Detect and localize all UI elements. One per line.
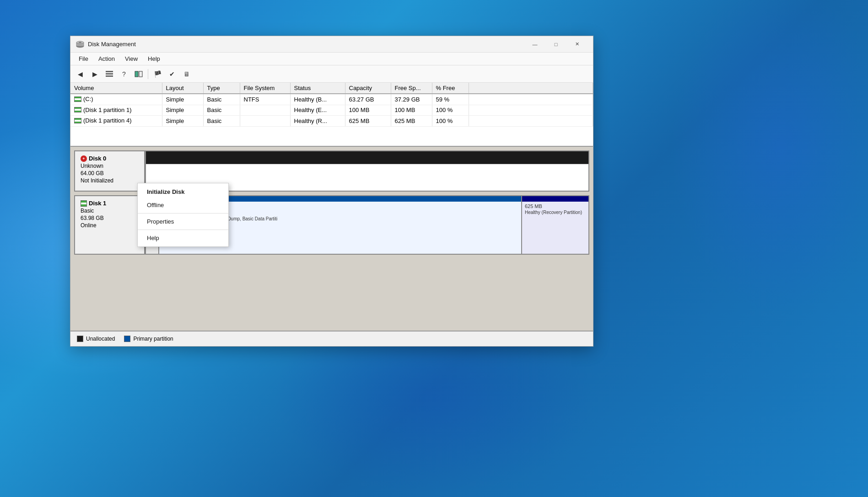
maximize-button[interactable]: □ — [545, 36, 566, 53]
vol-pct-p1: 100 % — [432, 105, 469, 116]
minimize-button[interactable]: — — [524, 36, 545, 53]
vol-name-c: (C:) — [70, 94, 162, 105]
svg-rect-4 — [106, 71, 113, 72]
svg-rect-8 — [139, 71, 142, 77]
menu-bar: File Action View Help — [70, 53, 593, 65]
partition-recovery-status: Healthy (Recovery Partition) — [525, 210, 586, 215]
vol-layout-p4: Simple — [162, 116, 203, 127]
svg-rect-7 — [135, 71, 138, 77]
volume-icon-c: (C:) — [74, 96, 93, 102]
volume-table-area[interactable]: Volume Layout Type File System Status Ca… — [70, 83, 593, 147]
close-button[interactable]: ✕ — [566, 36, 588, 53]
legend-unallocated-label: Unallocated — [86, 336, 115, 342]
vol-status-p1: Healthy (E... — [290, 105, 345, 116]
help-button[interactable]: ? — [117, 68, 131, 80]
vol-name-p1: (Disk 1 partition 1) — [70, 105, 162, 116]
vol-status-c: Healthy (B... — [290, 94, 345, 105]
partition-recovery[interactable]: 625 MB Healthy (Recovery Partition) — [522, 196, 588, 254]
disk1-label[interactable]: Disk 1 Basic 63.98 GB Online — [74, 195, 145, 255]
vol-pct-p4: 100 % — [432, 116, 469, 127]
vol-layout-p1: Simple — [162, 105, 203, 116]
col-filesystem[interactable]: File System — [240, 83, 290, 94]
legend-primary-box — [124, 336, 130, 342]
volume-icon-p4: (Disk 1 partition 4) — [74, 117, 131, 124]
menu-view[interactable]: View — [120, 54, 142, 64]
context-menu-initialize[interactable]: Initialize Disk — [138, 185, 228, 198]
legend-primary-label: Primary partition — [133, 336, 173, 342]
display-button[interactable]: 🖥 — [180, 68, 194, 80]
toolbar-separator — [148, 69, 148, 79]
col-capacity[interactable]: Capacity — [345, 83, 391, 94]
svg-rect-6 — [106, 75, 113, 77]
disk1-type: Basic — [81, 208, 139, 214]
partition-recovery-size: 625 MB — [525, 203, 586, 209]
col-type[interactable]: Type — [203, 83, 240, 94]
disk1-vol-icon — [81, 200, 87, 207]
vol-status-p4: Healthy (R... — [290, 116, 345, 127]
vol-type-p4: Basic — [203, 116, 240, 127]
vol-stripe-icon-p4 — [74, 118, 81, 123]
context-menu-separator — [138, 213, 228, 214]
context-menu-help[interactable]: Help — [138, 231, 228, 245]
back-button[interactable]: ◀ — [73, 68, 87, 80]
disk0-label[interactable]: + Disk 0 Unknown 64.00 GB Not Initialize… — [74, 150, 145, 192]
volume-table: Volume Layout Type File System Status Ca… — [70, 83, 593, 127]
col-status[interactable]: Status — [290, 83, 345, 94]
vol-type-c: Basic — [203, 94, 240, 105]
menu-action[interactable]: Action — [94, 54, 119, 64]
title-bar: Disk Management — □ ✕ — [70, 36, 593, 53]
vol-layout-c: Simple — [162, 94, 203, 105]
check-button[interactable]: ✔ — [165, 68, 179, 80]
vol-type-p1: Basic — [203, 105, 240, 116]
context-menu-properties[interactable]: Properties — [138, 215, 228, 228]
vol-free-c: 37.29 GB — [391, 94, 432, 105]
flag-button[interactable]: 🏴 — [151, 68, 164, 80]
window-title: Disk Management — [88, 41, 524, 48]
legend: Unallocated Primary partition — [70, 331, 593, 346]
vol-free-p4: 625 MB — [391, 116, 432, 127]
col-extra — [469, 83, 593, 94]
table-row[interactable]: (C:) Simple Basic NTFS Healthy (B... 63.… — [70, 94, 593, 105]
svg-point-3 — [79, 42, 81, 43]
title-bar-controls: — □ ✕ — [524, 36, 588, 53]
vol-pct-c: 59 % — [432, 94, 469, 105]
menu-file[interactable]: File — [74, 54, 93, 64]
disk1-size: 63.98 GB — [81, 215, 139, 221]
table-row[interactable]: (Disk 1 partition 1) Simple Basic Health… — [70, 105, 593, 116]
table-row[interactable]: (Disk 1 partition 4) Simple Basic Health… — [70, 116, 593, 127]
menu-help[interactable]: Help — [143, 54, 165, 64]
disk0-type: Unknown — [81, 163, 139, 169]
vol-stripe-icon — [74, 96, 81, 102]
vol-free-p1: 100 MB — [391, 105, 432, 116]
vol-cap-c: 63.27 GB — [345, 94, 391, 105]
list-view-button[interactable] — [102, 68, 116, 80]
vol-cap-p4: 625 MB — [345, 116, 391, 127]
col-free-space[interactable]: Free Sp... — [391, 83, 432, 94]
volume-icon-p1: (Disk 1 partition 1) — [74, 107, 131, 113]
context-menu-separator-2 — [138, 230, 228, 230]
partition-recovery-header — [522, 196, 588, 202]
vol-cap-p1: 100 MB — [345, 105, 391, 116]
vol-fs-c: NTFS — [240, 94, 290, 105]
disk1-status: Online — [81, 222, 139, 229]
vol-stripe-icon-p1 — [74, 107, 81, 112]
vol-name-p4: (Disk 1 partition 4) — [70, 116, 162, 127]
col-volume[interactable]: Volume — [70, 83, 162, 94]
vol-fs-p4 — [240, 116, 290, 127]
vol-fs-p1 — [240, 105, 290, 116]
col-layout[interactable]: Layout — [162, 83, 203, 94]
legend-unallocated: Unallocated — [77, 336, 115, 342]
forward-button[interactable]: ▶ — [88, 68, 102, 80]
svg-rect-5 — [106, 73, 113, 75]
legend-primary: Primary partition — [124, 336, 173, 342]
disk1-title: Disk 1 — [81, 200, 139, 207]
disk0-unallocated-bar — [146, 151, 588, 164]
disk0-error-icon: + — [81, 155, 87, 162]
context-menu: Initialize Disk Offline Properties Help — [137, 183, 229, 247]
col-pct-free[interactable]: % Free — [432, 83, 469, 94]
partition-button[interactable] — [132, 68, 146, 80]
app-icon — [76, 40, 84, 48]
legend-unallocated-box — [77, 336, 83, 342]
context-menu-offline[interactable]: Offline — [138, 198, 228, 212]
disk0-status: Not Initialized — [81, 177, 139, 184]
